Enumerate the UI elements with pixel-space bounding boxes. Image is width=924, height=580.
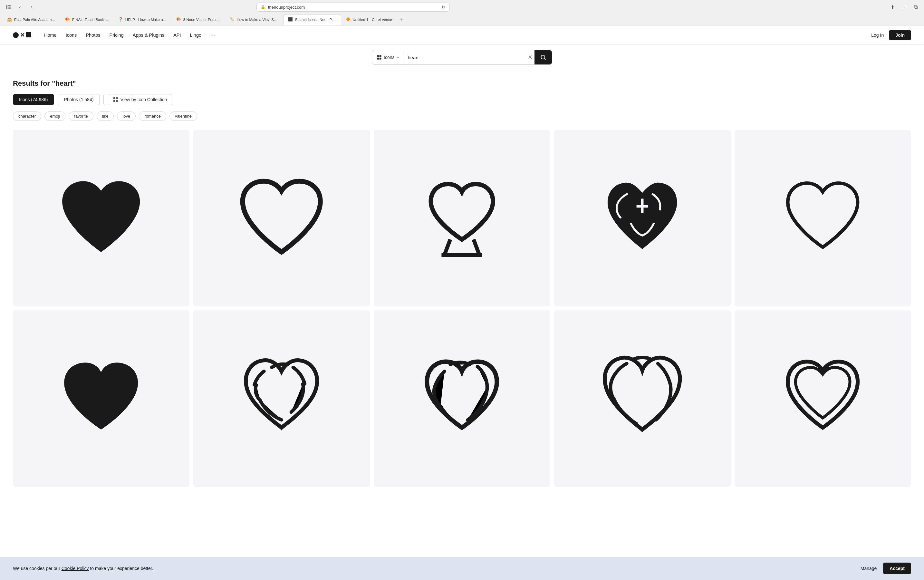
tab-3-favicon: ❓ xyxy=(118,17,124,22)
share-button[interactable]: ⬆ xyxy=(888,3,897,12)
tab-7-favicon: 🔶 xyxy=(346,17,351,22)
join-button[interactable]: Join xyxy=(889,30,911,40)
tag-character[interactable]: character xyxy=(13,112,41,121)
results-title: Results for "heart" xyxy=(13,79,911,87)
tabs-overview-button[interactable]: ⧉ xyxy=(911,3,920,12)
search-input[interactable]: heart xyxy=(408,55,522,60)
svg-line-9 xyxy=(445,239,450,255)
results-tabs: Icons (74,986) Photos (1,584) View by Ic… xyxy=(13,94,911,105)
address-bar: 🔒 thenounproject.com ↻ xyxy=(257,3,450,12)
svg-rect-1 xyxy=(8,5,11,6)
tab-2-favicon: 🎨 xyxy=(65,17,70,22)
icon-card-10[interactable] xyxy=(735,310,911,487)
tag-like[interactable]: like xyxy=(97,112,114,121)
view-by-collection-button[interactable]: View by Icon Collection xyxy=(108,94,172,105)
tab-4-favicon: 🎨 xyxy=(176,17,181,22)
heart-double-outline-icon xyxy=(774,350,871,447)
svg-rect-3 xyxy=(8,8,11,9)
search-type-dropdown[interactable]: Icons ▼ xyxy=(372,51,404,63)
anatomical-heart-2-icon xyxy=(233,350,330,447)
search-bar: Icons ▼ heart ✕ xyxy=(372,50,552,65)
nav-photos[interactable]: Photos xyxy=(86,33,100,38)
heart-medical-icon xyxy=(413,350,510,447)
logo-circle xyxy=(13,32,19,38)
heart-award-icon xyxy=(413,170,510,267)
search-section: Icons ▼ heart ✕ xyxy=(0,45,924,70)
tab-5-label: How to Make a Vinyl Stic... xyxy=(237,18,279,21)
new-tab-button[interactable]: + xyxy=(899,3,909,12)
grid-icon xyxy=(114,97,118,102)
search-input-wrap: heart xyxy=(404,55,526,60)
logo-x: ✕ xyxy=(20,32,25,38)
svg-rect-4 xyxy=(377,55,379,57)
tab-7[interactable]: 🔶 Untitled-1 - Corel Vector xyxy=(341,15,397,25)
icons-tab[interactable]: Icons (74,986) xyxy=(13,94,54,105)
login-button[interactable]: Log In xyxy=(871,33,884,38)
tab-2[interactable]: 🎨 FINAL: Teach Back -... xyxy=(61,15,114,25)
address-input[interactable]: thenounproject.com xyxy=(268,5,439,10)
search-button[interactable] xyxy=(534,50,552,64)
icon-card-3[interactable] xyxy=(374,130,550,306)
icon-card-1[interactable] xyxy=(13,130,189,306)
tab-5[interactable]: 🏷️ How to Make a Vinyl Stic... xyxy=(225,15,283,25)
browser-actions: ⬆ + ⧉ xyxy=(888,3,920,12)
logo-square xyxy=(26,32,31,37)
forward-button[interactable]: › xyxy=(27,3,36,12)
add-tab-button[interactable]: + xyxy=(397,15,406,24)
icon-card-7[interactable] xyxy=(193,310,370,487)
tags-row: character emoji favorite like love roman… xyxy=(13,112,911,121)
photos-tab[interactable]: Photos (1,584) xyxy=(58,94,100,105)
tag-romance[interactable]: romance xyxy=(139,112,166,121)
chevron-down-icon: ▼ xyxy=(396,56,400,59)
nav-pricing[interactable]: Pricing xyxy=(110,33,124,38)
anatomical-heart-icon xyxy=(594,170,691,267)
svg-rect-0 xyxy=(6,5,7,9)
icon-card-5[interactable] xyxy=(735,130,911,306)
icon-card-8[interactable] xyxy=(374,310,550,487)
icon-card-9[interactable] xyxy=(554,310,731,487)
tab-5-favicon: 🏷️ xyxy=(230,17,235,22)
nav-home[interactable]: Home xyxy=(44,33,57,38)
icon-card-6[interactable] xyxy=(13,310,189,487)
tab-1-favicon: 🏫 xyxy=(7,17,12,22)
heart-outline-icon xyxy=(233,170,330,267)
nav-right: Log In Join xyxy=(871,30,911,40)
tabs-bar: 🏫 East Palo Alto Academy... 🎨 FINAL: Tea… xyxy=(0,14,924,25)
nav-lingo[interactable]: Lingo xyxy=(190,33,201,38)
svg-rect-7 xyxy=(379,58,382,59)
tab-6[interactable]: ⬛ Search Icons | Noun Proj... xyxy=(283,14,341,25)
tag-love[interactable]: love xyxy=(117,112,136,121)
tab-7-label: Untitled-1 - Corel Vector xyxy=(353,18,392,21)
sidebar-toggle-button[interactable] xyxy=(4,3,13,12)
tab-3-label: HELP - How to Make a St... xyxy=(125,18,167,21)
icons-grid xyxy=(13,130,911,487)
logo[interactable]: ✕ xyxy=(13,32,31,38)
view-by-label: View by Icon Collection xyxy=(120,97,167,102)
nav-more-button[interactable]: ··· xyxy=(210,31,215,38)
back-button[interactable]: ‹ xyxy=(15,3,25,12)
tab-4[interactable]: 🎨 3 Noun Vector Perso... xyxy=(172,15,225,25)
icon-card-2[interactable] xyxy=(193,130,370,306)
tab-6-label: Search Icons | Noun Proj... xyxy=(295,18,336,21)
page: ✕ Home Icons Photos Pricing Apps & Plugi… xyxy=(0,25,924,487)
reload-button[interactable]: ↻ xyxy=(442,5,446,10)
tag-valentine[interactable]: valentine xyxy=(170,112,197,121)
nav-api[interactable]: API xyxy=(173,33,181,38)
tag-favorite[interactable]: favorite xyxy=(69,112,94,121)
tag-emoji[interactable]: emoji xyxy=(44,112,66,121)
tab-1[interactable]: 🏫 East Palo Alto Academy... xyxy=(3,15,61,25)
svg-rect-2 xyxy=(8,7,11,8)
lock-icon: 🔒 xyxy=(261,5,265,9)
nav-icons[interactable]: Icons xyxy=(66,33,77,38)
tab-2-label: FINAL: Teach Back -... xyxy=(72,18,109,21)
icon-card-4[interactable] xyxy=(554,130,731,306)
heart-filled-icon xyxy=(53,170,150,267)
tab-3[interactable]: ❓ HELP - How to Make a St... xyxy=(114,15,172,25)
heart-thin-icon xyxy=(774,170,871,267)
main-nav: ✕ Home Icons Photos Pricing Apps & Plugi… xyxy=(0,25,924,45)
svg-rect-5 xyxy=(379,55,382,57)
clear-search-button[interactable]: ✕ xyxy=(526,52,534,63)
tab-1-label: East Palo Alto Academy... xyxy=(14,18,56,21)
anatomical-heart-3-icon xyxy=(594,350,691,447)
nav-apps[interactable]: Apps & Plugins xyxy=(133,33,164,38)
